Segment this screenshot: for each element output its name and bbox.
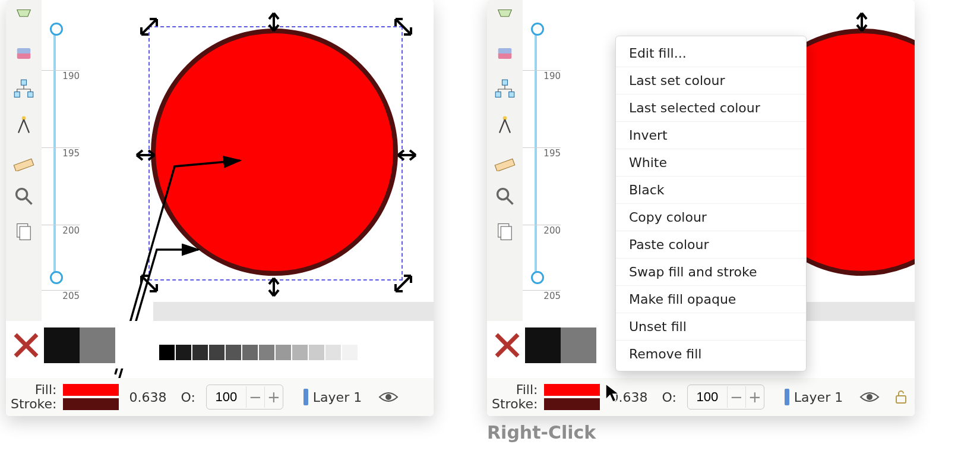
scale-handle-e[interactable] xyxy=(397,145,417,165)
svg-rect-24 xyxy=(501,226,511,240)
fill-chip[interactable] xyxy=(63,384,119,396)
ctx-make-fill-opaque[interactable]: Make fill opaque xyxy=(616,286,806,313)
opacity-label: O: xyxy=(662,390,676,405)
ruler-tick: 190 xyxy=(523,70,564,81)
mini-swatch[interactable] xyxy=(226,345,241,360)
svg-rect-20 xyxy=(495,159,514,171)
mini-swatch[interactable] xyxy=(209,345,225,360)
mini-swatch[interactable] xyxy=(276,345,291,360)
mini-swatch[interactable] xyxy=(292,345,308,360)
ctx-last-selected-colour[interactable]: Last selected colour xyxy=(616,95,806,122)
status-bar: Fill: Stroke: 0.638 O: − + Layer 1 xyxy=(6,378,434,416)
mini-swatch[interactable] xyxy=(176,345,191,360)
svg-rect-3 xyxy=(14,92,20,97)
ruler-slider-top[interactable] xyxy=(50,23,63,36)
eraser-tool[interactable] xyxy=(6,36,42,71)
status-bar: Fill: Stroke: 0.638 O: − + Layer 1 xyxy=(487,378,915,416)
mini-swatch[interactable] xyxy=(342,345,358,360)
ctx-paste-colour[interactable]: Paste colour xyxy=(616,231,806,259)
opacity-minus[interactable]: − xyxy=(246,386,264,408)
ctx-white[interactable]: White xyxy=(616,149,806,177)
ruler-tick: 195 xyxy=(523,147,564,159)
fill-context-menu: Edit fill... Last set colour Last select… xyxy=(615,36,807,371)
mini-swatch[interactable] xyxy=(159,345,175,360)
svg-rect-2 xyxy=(21,80,27,85)
compass-tool[interactable] xyxy=(487,107,523,143)
eraser-tool[interactable] xyxy=(487,36,523,71)
layer-color-bar xyxy=(304,389,308,405)
visibility-eye-icon[interactable] xyxy=(859,389,880,405)
zoom-tool[interactable] xyxy=(487,178,523,214)
ruler-slider-top[interactable] xyxy=(531,23,544,36)
ctx-unset-fill[interactable]: Unset fill xyxy=(616,313,806,341)
ctx-swap-fill-stroke[interactable]: Swap fill and stroke xyxy=(616,259,806,286)
mini-swatch[interactable] xyxy=(325,345,341,360)
layer-name[interactable]: Layer 1 xyxy=(313,390,362,405)
scale-handle-n[interactable] xyxy=(852,12,872,32)
diagram-tool[interactable] xyxy=(6,71,42,107)
vertical-ruler: 190 195 200 205 xyxy=(523,0,561,321)
canvas-footer-strip xyxy=(153,302,434,321)
color-palette xyxy=(6,321,434,368)
ruler-slider-bottom[interactable] xyxy=(531,271,544,284)
pages-tool[interactable] xyxy=(487,214,523,250)
ruler-slider-bottom[interactable] xyxy=(50,271,63,284)
palette-swatch-grey[interactable] xyxy=(80,327,115,363)
fill-label: Fill: xyxy=(35,383,57,397)
mouse-cursor-icon xyxy=(603,383,624,403)
visibility-eye-icon[interactable] xyxy=(378,389,399,405)
palette-swatch-black[interactable] xyxy=(44,327,80,363)
ctx-remove-fill[interactable]: Remove fill xyxy=(616,341,806,367)
ctx-black[interactable]: Black xyxy=(616,177,806,204)
scale-handle-ne[interactable] xyxy=(393,17,413,37)
paint-bucket-tool[interactable] xyxy=(6,0,42,36)
no-fill-swatch[interactable] xyxy=(8,327,44,363)
lock-icon[interactable] xyxy=(894,389,908,405)
toolbar xyxy=(6,0,42,321)
stroke-chip[interactable] xyxy=(63,398,119,410)
palette-swatch-black[interactable] xyxy=(525,327,561,363)
layer-name[interactable]: Layer 1 xyxy=(794,390,843,405)
ctx-last-set-colour[interactable]: Last set colour xyxy=(616,67,806,95)
opacity-plus[interactable]: + xyxy=(745,386,764,408)
stroke-chip[interactable] xyxy=(544,398,600,410)
palette-swatch-grey[interactable] xyxy=(561,327,596,363)
scale-handle-se[interactable] xyxy=(393,273,413,294)
ctx-copy-colour[interactable]: Copy colour xyxy=(616,204,806,231)
opacity-input[interactable] xyxy=(688,386,727,408)
scale-handle-w[interactable] xyxy=(135,145,156,165)
scale-handle-nw[interactable] xyxy=(139,17,159,37)
ruler-tool[interactable] xyxy=(487,143,523,178)
opacity-minus[interactable]: − xyxy=(727,386,745,408)
scale-handle-sw[interactable] xyxy=(139,273,159,294)
mini-swatch[interactable] xyxy=(309,345,324,360)
mini-swatch[interactable] xyxy=(242,345,258,360)
mini-swatch[interactable] xyxy=(192,345,208,360)
compass-tool[interactable] xyxy=(6,107,42,143)
mini-palette xyxy=(159,345,358,360)
ruler-tick: 200 xyxy=(523,225,564,236)
ctx-invert[interactable]: Invert xyxy=(616,122,806,149)
diagram-tool[interactable] xyxy=(487,71,523,107)
paint-bucket-tool[interactable] xyxy=(487,0,523,36)
opacity-spinbox[interactable]: − + xyxy=(206,385,283,410)
opacity-spinbox[interactable]: − + xyxy=(687,385,764,410)
svg-point-21 xyxy=(498,189,508,200)
svg-rect-18 xyxy=(509,92,514,97)
mini-swatch[interactable] xyxy=(259,345,274,360)
canvas[interactable] xyxy=(80,0,434,321)
fill-chip[interactable] xyxy=(544,384,600,396)
opacity-label: O: xyxy=(181,390,195,405)
selected-circle-shape[interactable] xyxy=(151,29,398,276)
no-fill-swatch[interactable] xyxy=(489,327,525,363)
svg-point-7 xyxy=(17,189,27,200)
ruler-tool[interactable] xyxy=(6,143,42,178)
ruler-tick: 190 xyxy=(42,70,83,81)
pages-tool[interactable] xyxy=(6,214,42,250)
scale-handle-s[interactable] xyxy=(264,277,284,297)
zoom-tool[interactable] xyxy=(6,178,42,214)
opacity-input[interactable] xyxy=(207,386,246,408)
opacity-plus[interactable]: + xyxy=(264,386,283,408)
scale-handle-n[interactable] xyxy=(264,12,284,32)
ctx-edit-fill[interactable]: Edit fill... xyxy=(616,40,806,67)
